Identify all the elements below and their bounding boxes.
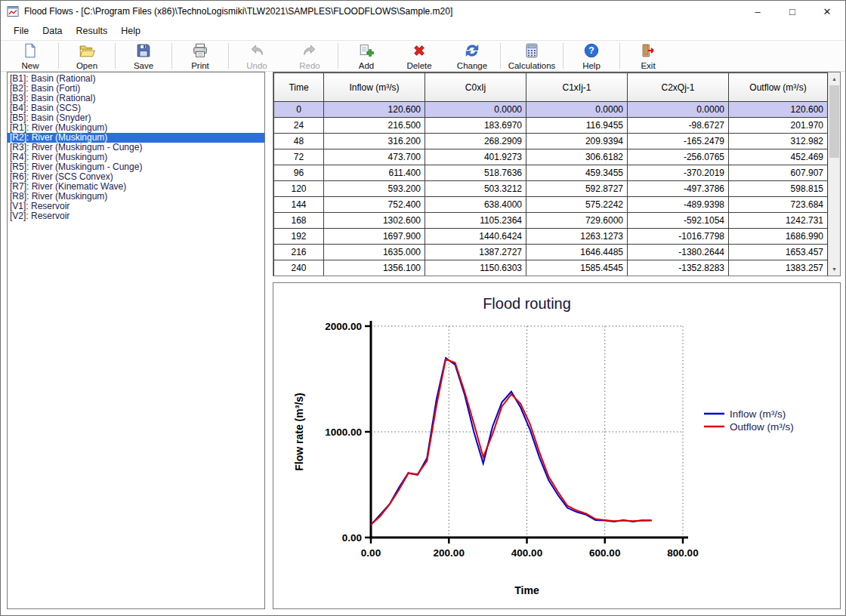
value-cell[interactable]: 723.684 <box>729 197 828 213</box>
value-cell[interactable]: 1150.6303 <box>425 260 526 276</box>
value-cell[interactable]: -1380.2644 <box>628 245 729 260</box>
table-row[interactable]: 2161635.0001387.27271646.4485-1380.26441… <box>274 245 828 260</box>
value-cell[interactable]: -370.2019 <box>628 165 729 181</box>
table-row[interactable]: 96611.400518.7636459.3455-370.2019607.90… <box>274 165 828 181</box>
sidebar-item[interactable]: [V2]: Reservoir <box>8 211 264 221</box>
value-cell[interactable]: 201.970 <box>729 118 828 134</box>
table-row[interactable]: 72473.700401.9273306.6182-256.0765452.46… <box>274 149 828 165</box>
scrollbar-thumb[interactable] <box>829 85 839 158</box>
value-cell[interactable]: 1383.257 <box>729 260 828 276</box>
value-cell[interactable]: -489.9398 <box>628 197 729 213</box>
time-cell[interactable]: 168 <box>274 213 324 229</box>
close-button[interactable]: ✕ <box>810 1 844 22</box>
time-cell[interactable]: 48 <box>274 134 324 149</box>
table-scrollbar[interactable]: ▲ ▼ <box>828 72 840 276</box>
table-row[interactable]: 0120.6000.00000.00000.0000120.600 <box>274 102 828 118</box>
value-cell[interactable]: 1635.000 <box>324 245 425 260</box>
value-cell[interactable]: 607.907 <box>729 165 828 181</box>
maximize-button[interactable]: □ <box>775 1 810 22</box>
new-button[interactable]: New <box>4 41 57 71</box>
table-row[interactable]: 144752.400638.4000575.2242-489.9398723.6… <box>274 197 828 213</box>
menu-help[interactable]: Help <box>114 23 147 38</box>
value-cell[interactable]: 1653.457 <box>729 245 828 260</box>
value-cell[interactable]: 518.7636 <box>425 165 526 181</box>
value-cell[interactable]: 1585.4545 <box>526 260 628 276</box>
value-cell[interactable]: 1263.1273 <box>526 229 628 245</box>
time-cell[interactable]: 96 <box>274 165 324 181</box>
scroll-up-button[interactable]: ▲ <box>829 72 840 85</box>
time-cell[interactable]: 0 <box>274 102 324 118</box>
table-row[interactable]: 1921697.9001440.64241263.1273-1016.77981… <box>274 229 828 245</box>
value-cell[interactable]: 209.9394 <box>526 134 628 149</box>
print-button[interactable]: Print <box>174 41 227 71</box>
time-cell[interactable]: 192 <box>274 229 324 245</box>
value-cell[interactable]: 593.200 <box>324 181 425 197</box>
table-row[interactable]: 1681302.6001105.2364729.6000-592.1054124… <box>274 213 828 229</box>
undo-button[interactable]: Undo <box>230 41 283 71</box>
help-button[interactable]: ? Help <box>565 41 618 71</box>
time-cell[interactable]: 72 <box>274 149 324 165</box>
scroll-down-button[interactable]: ▼ <box>829 263 840 276</box>
redo-button[interactable]: Redo <box>283 41 336 71</box>
value-cell[interactable]: 312.982 <box>729 134 828 149</box>
value-cell[interactable]: 598.815 <box>729 181 828 197</box>
menu-results[interactable]: Results <box>69 23 115 38</box>
value-cell[interactable]: 1387.2727 <box>425 245 526 260</box>
value-cell[interactable]: -1016.7798 <box>628 229 729 245</box>
time-cell[interactable]: 144 <box>274 197 324 213</box>
value-cell[interactable]: 1242.731 <box>729 213 828 229</box>
minimize-button[interactable]: – <box>740 1 775 22</box>
exit-button[interactable]: Exit <box>622 41 675 71</box>
value-cell[interactable]: -256.0765 <box>628 149 729 165</box>
value-cell[interactable]: 575.2242 <box>526 197 628 213</box>
value-cell[interactable]: -98.6727 <box>628 118 729 134</box>
value-cell[interactable]: 401.9273 <box>425 149 526 165</box>
value-cell[interactable]: 1302.600 <box>324 213 425 229</box>
table-row[interactable]: 24216.500183.6970116.9455-98.6727201.970 <box>274 118 828 134</box>
value-cell[interactable]: 216.500 <box>324 118 425 134</box>
value-cell[interactable]: 1356.100 <box>324 260 425 276</box>
table-row[interactable]: 120593.200503.3212592.8727-497.3786598.8… <box>274 181 828 197</box>
value-cell[interactable]: 1105.2364 <box>425 213 526 229</box>
table-row[interactable]: 48316.200268.2909209.9394-165.2479312.98… <box>274 134 828 149</box>
value-cell[interactable]: 592.8727 <box>526 181 628 197</box>
value-cell[interactable]: 1440.6424 <box>425 229 526 245</box>
time-cell[interactable]: 240 <box>274 260 324 276</box>
delete-button[interactable]: Delete <box>393 41 446 71</box>
value-cell[interactable]: 116.9455 <box>526 118 628 134</box>
value-cell[interactable]: 1646.4485 <box>526 245 628 260</box>
value-cell[interactable]: 0.0000 <box>425 102 526 118</box>
value-cell[interactable]: 752.400 <box>324 197 425 213</box>
save-button[interactable]: Save <box>117 41 170 71</box>
value-cell[interactable]: 120.600 <box>729 102 828 118</box>
menu-file[interactable]: File <box>7 23 36 38</box>
value-cell[interactable]: 1686.990 <box>729 229 828 245</box>
value-cell[interactable]: 0.0000 <box>628 102 729 118</box>
value-cell[interactable]: -1352.8283 <box>628 260 729 276</box>
value-cell[interactable]: 503.3212 <box>425 181 526 197</box>
value-cell[interactable]: -497.3786 <box>628 181 729 197</box>
time-cell[interactable]: 24 <box>274 118 324 134</box>
value-cell[interactable]: 306.6182 <box>526 149 628 165</box>
value-cell[interactable]: 452.469 <box>729 149 828 165</box>
value-cell[interactable]: 611.400 <box>324 165 425 181</box>
open-button[interactable]: Open <box>60 41 113 71</box>
value-cell[interactable]: 120.600 <box>324 102 425 118</box>
table-row[interactable]: 2401356.1001150.63031585.4545-1352.82831… <box>274 260 828 276</box>
add-button[interactable]: Add <box>340 41 393 71</box>
time-cell[interactable]: 120 <box>274 181 324 197</box>
value-cell[interactable]: 459.3455 <box>526 165 628 181</box>
value-cell[interactable]: 183.6970 <box>425 118 526 134</box>
scrollbar-track[interactable] <box>829 85 840 263</box>
value-cell[interactable]: 316.200 <box>324 134 425 149</box>
value-cell[interactable]: -592.1054 <box>628 213 729 229</box>
menu-data[interactable]: Data <box>36 23 69 38</box>
change-button[interactable]: Change <box>446 41 499 71</box>
value-cell[interactable]: 729.6000 <box>526 213 628 229</box>
value-cell[interactable]: 638.4000 <box>425 197 526 213</box>
value-cell[interactable]: -165.2479 <box>628 134 729 149</box>
value-cell[interactable]: 268.2909 <box>425 134 526 149</box>
time-cell[interactable]: 216 <box>274 245 324 260</box>
value-cell[interactable]: 1697.900 <box>324 229 425 245</box>
calculations-button[interactable]: Calculations <box>502 41 561 71</box>
